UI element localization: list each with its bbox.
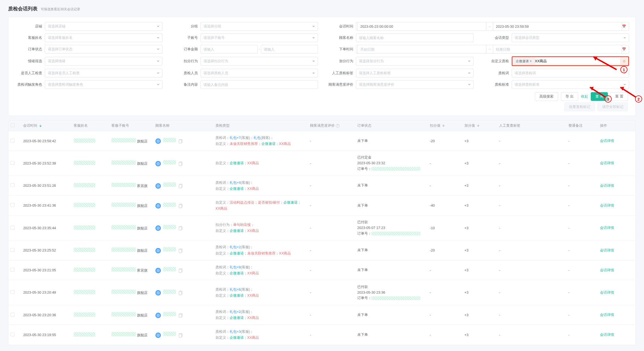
- session-detail-link[interactable]: 会话详情: [600, 203, 614, 207]
- order-time-range[interactable]: → 📅: [356, 45, 629, 54]
- session-detail-link[interactable]: 会话详情: [600, 268, 614, 272]
- cell-order-status: 已付款2023-05-07 17:23订单号：: [355, 216, 428, 240]
- select-agent-name[interactable]: 请选择客服姓名: [45, 33, 162, 42]
- row-checkbox[interactable]: [11, 290, 14, 294]
- select-qc-staff[interactable]: 请选择质检人员: [201, 69, 318, 77]
- advanced-search-button[interactable]: 高级搜索: [535, 92, 558, 101]
- select-shop[interactable]: 请选择店铺: [45, 22, 162, 31]
- cell-time: 2023-05-30 23:19:55: [21, 325, 71, 345]
- copy-icon[interactable]: [179, 184, 183, 188]
- reset-button[interactable]: 重 置: [611, 92, 628, 101]
- select-qc-word-role[interactable]: 请选择质检词触发角色: [45, 80, 162, 89]
- input-amount-min[interactable]: [201, 45, 258, 54]
- row-checkbox[interactable]: [11, 203, 14, 207]
- copy-icon[interactable]: [179, 269, 183, 272]
- label-remark: 备注内容: [171, 82, 201, 87]
- cell-satisfaction: -: [308, 305, 355, 325]
- copy-icon[interactable]: [179, 249, 183, 253]
- session-detail-link[interactable]: 会话详情: [600, 184, 614, 188]
- copy-icon[interactable]: [179, 313, 183, 317]
- input-remark[interactable]: [201, 80, 318, 89]
- label-session-type: 会话类型: [482, 35, 512, 40]
- cell-review-tag: -: [497, 151, 566, 176]
- custom-qc-input[interactable]: [535, 58, 620, 65]
- session-time-range[interactable]: → 📅: [356, 22, 629, 31]
- query-button[interactable]: 查 询: [591, 92, 608, 101]
- session-time-end[interactable]: [493, 22, 622, 31]
- col-add[interactable]: 加分值: [462, 120, 497, 131]
- select-manual-check[interactable]: 请选择是否人工检查: [45, 69, 162, 77]
- cell-agent-name: [71, 131, 109, 151]
- clear-remarks-button[interactable]: 清空全部标记: [598, 102, 628, 111]
- actions-row: 高级搜索 导 出 收起 查 询 重 置: [15, 89, 629, 101]
- cell-review-tag: -: [497, 280, 566, 305]
- label-agent-name: 客服姓名: [15, 35, 45, 40]
- cell-customer: [153, 131, 213, 151]
- session-time-start[interactable]: [357, 22, 486, 31]
- row-checkbox[interactable]: [11, 226, 14, 229]
- label-manual-qc-tag: 人工质检标签: [326, 71, 356, 76]
- cell-agent-name: [71, 176, 109, 195]
- cell-sub-account: 旗舰店: [109, 195, 153, 215]
- cell-order-status: 未下单: [355, 325, 428, 345]
- cell-review-tag: -: [497, 305, 566, 325]
- row-checkbox[interactable]: [11, 313, 14, 316]
- session-detail-link[interactable]: 会话详情: [600, 248, 614, 252]
- row-checkbox[interactable]: [11, 139, 14, 142]
- order-time-end[interactable]: [493, 45, 622, 54]
- cell-add: +3: [462, 325, 497, 345]
- input-customer-name[interactable]: [356, 33, 474, 42]
- export-button[interactable]: 导 出: [561, 92, 578, 101]
- copy-icon[interactable]: [179, 226, 183, 230]
- select-add-action[interactable]: 请选择加分行为: [356, 57, 474, 66]
- sort-icon[interactable]: [39, 123, 42, 128]
- col-session-time[interactable]: 会话时间: [21, 120, 71, 131]
- session-detail-link[interactable]: 会话详情: [600, 290, 614, 294]
- calendar-icon: 📅: [622, 47, 628, 51]
- row-checkbox[interactable]: [11, 248, 14, 252]
- range-arrow-icon: →: [486, 24, 493, 28]
- session-detail-link[interactable]: 会话详情: [600, 161, 614, 165]
- select-all-checkbox[interactable]: [11, 123, 14, 127]
- batch-review-button[interactable]: 批量复检标记: [564, 102, 595, 111]
- order-time-start[interactable]: [357, 45, 486, 54]
- select-order-status[interactable]: 请选择订单状态: [45, 45, 162, 54]
- cell-order-status: 未下单: [355, 305, 428, 325]
- select-deduct-action[interactable]: 请选择扣分行为: [201, 57, 318, 66]
- select-group[interactable]: 请选择分组: [201, 22, 318, 31]
- copy-icon[interactable]: [179, 204, 183, 208]
- session-detail-link[interactable]: 会话详情: [600, 139, 614, 143]
- row-checkbox[interactable]: [11, 161, 14, 165]
- cell-satisfaction: -: [308, 195, 355, 215]
- cell-qc-type: 质检词：礼包×2(客服)；自定义：企微邀请；未做关联销售推荐；XX商品: [213, 240, 308, 260]
- session-detail-link[interactable]: 会话详情: [600, 313, 614, 317]
- custom-qc-tag[interactable]: 企微邀请 ×: [514, 58, 533, 64]
- row-checkbox[interactable]: [11, 268, 14, 272]
- select-session-type[interactable]: 请选择会话类型: [512, 33, 629, 42]
- select-qc-standard[interactable]: 请选择质检标准: [512, 80, 629, 89]
- copy-icon[interactable]: [179, 162, 183, 166]
- select-manual-qc-tag[interactable]: 请选择人工质检标签: [356, 69, 474, 77]
- select-satisfaction[interactable]: 请选择顾客满意度评价: [356, 80, 474, 89]
- col-customer: 顾客名称: [153, 120, 213, 131]
- col-deduct[interactable]: 扣分值: [428, 120, 462, 131]
- copy-icon[interactable]: [179, 291, 183, 295]
- row-checkbox[interactable]: [11, 333, 14, 336]
- label-group: 分组: [171, 24, 201, 29]
- collapse-button[interactable]: 收起: [581, 92, 588, 101]
- help-icon[interactable]: ?: [336, 124, 340, 128]
- tag-remove-icon[interactable]: ×: [530, 59, 532, 63]
- input-amount-max[interactable]: [261, 45, 318, 54]
- copy-icon[interactable]: [179, 333, 183, 337]
- select-sub-account[interactable]: 请选择子账号: [201, 33, 318, 42]
- session-detail-link[interactable]: 会话详情: [600, 333, 614, 337]
- select-emotion[interactable]: 请选择情绪: [45, 57, 162, 66]
- cell-sub-account: 家居旗: [109, 176, 153, 195]
- copy-icon[interactable]: [179, 139, 183, 143]
- select-qc-word[interactable]: 请选择质检词: [512, 69, 629, 77]
- cell-add: +3: [462, 151, 497, 176]
- cell-add: +3: [462, 131, 497, 151]
- custom-qc-tagbox[interactable]: 企微邀请 × ⊘: [512, 56, 629, 66]
- row-checkbox[interactable]: [11, 183, 14, 187]
- session-detail-link[interactable]: 会话详情: [600, 226, 614, 230]
